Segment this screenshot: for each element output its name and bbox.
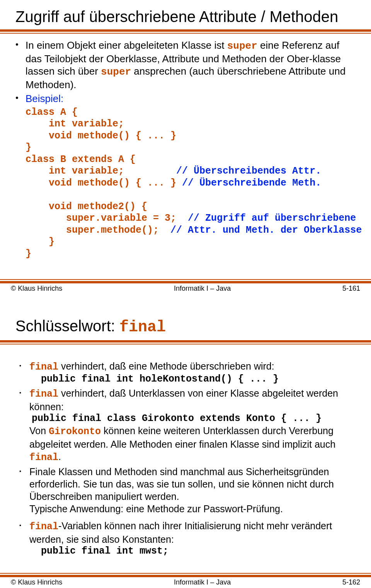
title-wrap: Schlüsselwort: final xyxy=(0,294,371,336)
text: Typische Anwendung: eine Methode zur Pas… xyxy=(29,503,283,514)
keyword-super: super xyxy=(101,66,131,78)
code-line: void methode() { ... } xyxy=(26,130,176,141)
keyword-final: final xyxy=(29,389,58,400)
footer-author: © Klaus Hinrichs xyxy=(11,285,62,293)
code-line: class A { xyxy=(26,107,78,118)
footer-course: Informatik I – Java xyxy=(174,578,231,586)
footer-row: © Klaus Hinrichs Informatik I – Java 5-1… xyxy=(0,577,371,588)
code-line: super.methode(); xyxy=(26,225,159,236)
rule-thick xyxy=(0,340,371,343)
text: -Variablen können nach ihrer Initialisie… xyxy=(29,520,332,545)
bullet-dot: • xyxy=(19,387,29,464)
code-line: class B extends A { xyxy=(26,154,136,165)
footer-author: © Klaus Hinrichs xyxy=(11,578,62,586)
bullet-3: • Finale Klassen und Methoden sind manch… xyxy=(19,465,356,515)
bullet-2: • Beispiel: xyxy=(15,92,356,105)
text: verhindert, daß Unterklassen von einer K… xyxy=(29,388,338,412)
code-line: public final class Girokonto extends Kon… xyxy=(32,413,356,425)
keyword-girokonto: Girokonto xyxy=(49,426,101,437)
bullet-dot: • xyxy=(15,39,26,91)
bullet-text: In einem Objekt einer abgeleiteten Klass… xyxy=(26,39,356,91)
code-line: } xyxy=(26,236,54,247)
keyword-final: final xyxy=(29,361,58,373)
code-line: } xyxy=(26,142,31,153)
text: Finale Klassen und Methoden sind manchma… xyxy=(29,466,334,502)
bullet-text: final verhindert, daß Unterklassen von e… xyxy=(29,387,356,464)
code-line: public final int holeKontostand() { ... … xyxy=(41,373,356,385)
bullet-2: • final verhindert, daß Unterklassen von… xyxy=(19,387,356,464)
bullet-text: final-Variablen können nach ihrer Initia… xyxy=(29,520,356,557)
bullet-dot: • xyxy=(19,465,29,515)
text: . xyxy=(58,451,61,462)
rule-thick xyxy=(0,29,371,32)
slide-footer: © Klaus Hinrichs Informatik I – Java 5-1… xyxy=(0,279,371,294)
code-line: int variable; xyxy=(26,118,124,130)
bullet-text: final verhindert, daß eine Methode übers… xyxy=(29,360,356,385)
code-line: super.variable = 3; xyxy=(26,213,176,224)
slide-footer: © Klaus Hinrichs Informatik I – Java 5-1… xyxy=(0,573,371,588)
slide-body: • final verhindert, daß eine Methode übe… xyxy=(0,344,371,557)
footer-row: © Klaus Hinrichs Informatik I – Java 5-1… xyxy=(0,283,371,294)
code-comment: // Attr. und Meth. der Oberklasse xyxy=(159,225,362,236)
code-line: void methode2() { xyxy=(26,201,147,212)
footer-course: Informatik I – Java xyxy=(174,285,231,293)
bullet-text: Beispiel: xyxy=(26,92,356,105)
code-line: void methode() { ... } xyxy=(26,177,176,189)
keyword-super: super xyxy=(227,40,257,52)
code-comment: // Zugriff auf überschriebene xyxy=(176,213,356,224)
keyword-final: final xyxy=(119,319,166,336)
footer-page: 5-162 xyxy=(342,578,360,586)
slide-title: Schlüsselwort: final xyxy=(15,317,356,336)
footer-page: 5-161 xyxy=(342,285,360,293)
bullet-1: • In einem Objekt einer abgeleiteten Kla… xyxy=(15,39,356,91)
slide-2: Schlüsselwort: final • final verhindert,… xyxy=(0,294,371,588)
keyword-final: final xyxy=(29,452,58,463)
text: verhindert, daß eine Methode überschrieb… xyxy=(58,361,274,372)
bullet-dot: • xyxy=(19,360,29,385)
slide-title: Zugriff auf überschriebene Attribute / M… xyxy=(15,8,356,26)
text: In einem Objekt einer abgeleiteten Klass… xyxy=(26,39,227,51)
title-wrap: Zugriff auf überschriebene Attribute / M… xyxy=(0,0,371,26)
bullet-dot: • xyxy=(19,520,29,557)
text: Von xyxy=(29,425,49,436)
code-block: class A { int variable; void methode() {… xyxy=(26,107,356,260)
footer-rule-thin xyxy=(0,279,371,280)
slide-1: Zugriff auf überschriebene Attribute / M… xyxy=(0,0,371,294)
code-comment: // Überschreibendes Attr. xyxy=(124,165,321,177)
code-line: public final int mwst; xyxy=(41,545,356,557)
code-line: int variable; xyxy=(26,165,124,177)
keyword-final: final xyxy=(29,521,58,532)
code-comment: // Überschreibende Meth. xyxy=(176,177,321,189)
footer-rule-thin xyxy=(0,573,371,574)
bullet-text: Finale Klassen und Methoden sind manchma… xyxy=(29,465,356,515)
code-line: } xyxy=(26,248,31,259)
bullet-4: • final-Variablen können nach ihrer Init… xyxy=(19,520,356,557)
bullet-1: • final verhindert, daß eine Methode übe… xyxy=(19,360,356,385)
bullet-dot: • xyxy=(15,92,26,105)
slide-body: • In einem Objekt einer abgeleiteten Kla… xyxy=(0,34,371,260)
title-text: Schlüsselwort: xyxy=(15,317,119,334)
